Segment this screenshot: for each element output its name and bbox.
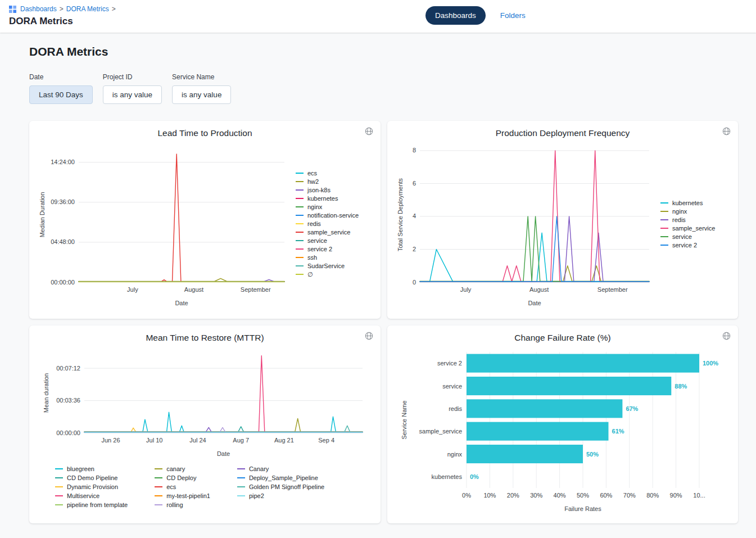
legend-item: ecs <box>296 170 359 177</box>
timezone-globe-icon[interactable] <box>365 127 373 135</box>
legend-label: ssh <box>307 254 317 261</box>
legend-label: Dynamic Provision <box>67 483 118 490</box>
legend-label: CD Deploy <box>166 474 196 481</box>
legend-swatch <box>55 495 63 496</box>
svg-text:September: September <box>241 286 271 293</box>
legend-swatch <box>237 486 245 487</box>
svg-text:6: 6 <box>413 180 416 187</box>
legend-label: service <box>672 233 692 240</box>
filter-service-name-label: Service Name <box>172 73 231 81</box>
svg-text:60%: 60% <box>600 492 612 499</box>
legend-label: Golden PM Signoff Pipeline <box>249 483 324 490</box>
service-name-filter-button[interactable]: is any value <box>172 85 231 104</box>
svg-text:88%: 88% <box>674 383 687 390</box>
svg-text:8: 8 <box>413 147 416 153</box>
legend-label: my-test-pipelin1 <box>166 492 210 499</box>
legend-label: Deploy_Sample_Pipeline <box>249 474 318 481</box>
legend-item: kubernetes <box>296 195 359 202</box>
svg-text:Mean duration: Mean duration <box>43 373 49 413</box>
svg-text:kubernetes: kubernetes <box>432 473 463 480</box>
tab-dashboards[interactable]: Dashboards <box>425 6 486 25</box>
svg-text:20%: 20% <box>507 492 519 499</box>
legend-label: kubernetes <box>307 195 338 202</box>
legend-item: service 2 <box>660 242 715 248</box>
legend-swatch <box>660 219 668 220</box>
filter-date-label: Date <box>29 73 93 81</box>
filter-bar: Date Last 90 Days Project ID is any valu… <box>29 73 727 104</box>
filter-date: Date Last 90 Days <box>29 73 93 104</box>
svg-text:July: July <box>127 286 138 293</box>
timezone-globe-icon[interactable] <box>722 332 731 340</box>
legend-label: hw2 <box>307 178 319 185</box>
legend-item: service 2 <box>296 246 359 252</box>
deployment-frequency-chart[interactable]: 02468JulyAugustSeptemberDateTotal Servic… <box>396 139 655 308</box>
legend-label: sample_service <box>307 229 350 236</box>
svg-text:Jul 24: Jul 24 <box>189 437 206 444</box>
legend-item: Dynamic Provision <box>55 483 128 490</box>
legend-item: pipeline from template <box>55 501 128 508</box>
svg-text:September: September <box>597 286 628 293</box>
header-title: DORA Metrics <box>9 16 747 27</box>
legend-swatch <box>155 495 162 496</box>
filter-project-id-label: Project ID <box>103 73 162 81</box>
breadcrumb-separator: > <box>60 5 64 13</box>
legend-item: bluegreen <box>55 465 128 472</box>
svg-text:sample_service: sample_service <box>419 428 462 435</box>
svg-text:04:48:00: 04:48:00 <box>51 238 75 245</box>
breadcrumb-link-dora-metrics[interactable]: DORA Metrics <box>66 5 109 13</box>
timezone-globe-icon[interactable] <box>722 127 731 135</box>
lead-time-chart[interactable]: 00:00:0004:48:0009:36:0014:24:00JulyAugu… <box>38 139 290 308</box>
svg-text:61%: 61% <box>612 428 624 435</box>
svg-text:30%: 30% <box>530 492 542 499</box>
svg-text:July: July <box>460 286 472 293</box>
mttr-legend: bluegreenCD Demo PipelineDynamic Provisi… <box>55 465 372 508</box>
date-filter-button[interactable]: Last 90 Days <box>29 85 93 104</box>
legend-swatch <box>155 486 162 487</box>
svg-text:67%: 67% <box>626 405 638 412</box>
svg-text:Aug 21: Aug 21 <box>274 437 293 444</box>
svg-text:50%: 50% <box>586 451 599 458</box>
legend-item: ssh <box>296 254 359 261</box>
view-switcher: Dashboards Folders <box>425 6 526 25</box>
legend-swatch <box>55 477 63 478</box>
svg-text:service: service <box>442 383 462 390</box>
dashboard-title: DORA Metrics <box>29 45 727 58</box>
legend-item: sample_service <box>296 229 359 236</box>
card-deployment-frequency: Production Deployment Frequency 02468Jul… <box>387 121 738 319</box>
legend-label: ecs <box>307 170 317 177</box>
mttr-chart[interactable]: 00:00:0000:03:3600:07:12Jun 26Jul 10Jul … <box>42 345 368 459</box>
legend-item: service <box>296 237 359 244</box>
breadcrumb-link-dashboards[interactable]: Dashboards <box>20 5 57 13</box>
tab-folders[interactable]: Folders <box>500 11 526 20</box>
filter-project-id: Project ID is any value <box>103 73 162 104</box>
legend-label: rolling <box>166 501 183 508</box>
change-failure-rate-chart[interactable]: 0%10%20%30%40%50%60%70%80%90%10...servic… <box>400 345 725 514</box>
deployment-frequency-chart-area: 02468JulyAugustSeptemberDateTotal Servic… <box>396 139 729 308</box>
svg-text:14:24:00: 14:24:00 <box>51 159 75 165</box>
legend-item: sample_service <box>660 225 715 232</box>
legend-label: kubernetes <box>672 200 703 206</box>
legend-label: json-k8s <box>307 187 331 193</box>
legend-label: ecs <box>166 483 176 490</box>
svg-text:2: 2 <box>413 246 416 252</box>
project-id-filter-button[interactable]: is any value <box>103 85 162 104</box>
legend-label: CD Demo Pipeline <box>67 474 117 481</box>
breadcrumb: Dashboards > DORA Metrics > <box>9 5 747 13</box>
chart-title-lead-time: Lead Time to Production <box>38 128 372 138</box>
svg-text:Sep 4: Sep 4 <box>318 437 334 444</box>
legend-swatch <box>296 223 304 224</box>
legend-swatch <box>296 257 304 258</box>
legend-swatch <box>296 248 304 250</box>
svg-text:Jun 26: Jun 26 <box>101 437 120 444</box>
svg-text:40%: 40% <box>554 492 566 499</box>
legend-label: bluegreen <box>67 465 94 472</box>
svg-text:00:00:00: 00:00:00 <box>56 430 80 436</box>
legend-item: nginx <box>660 208 715 215</box>
legend-swatch <box>296 206 304 207</box>
dashboard-content: DORA Metrics Date Last 90 Days Project I… <box>0 33 756 532</box>
legend-label: pipe2 <box>249 492 264 499</box>
timezone-globe-icon[interactable] <box>365 332 373 340</box>
legend-swatch <box>296 198 304 199</box>
legend-swatch <box>660 245 668 246</box>
legend-item: CD Demo Pipeline <box>55 474 128 481</box>
